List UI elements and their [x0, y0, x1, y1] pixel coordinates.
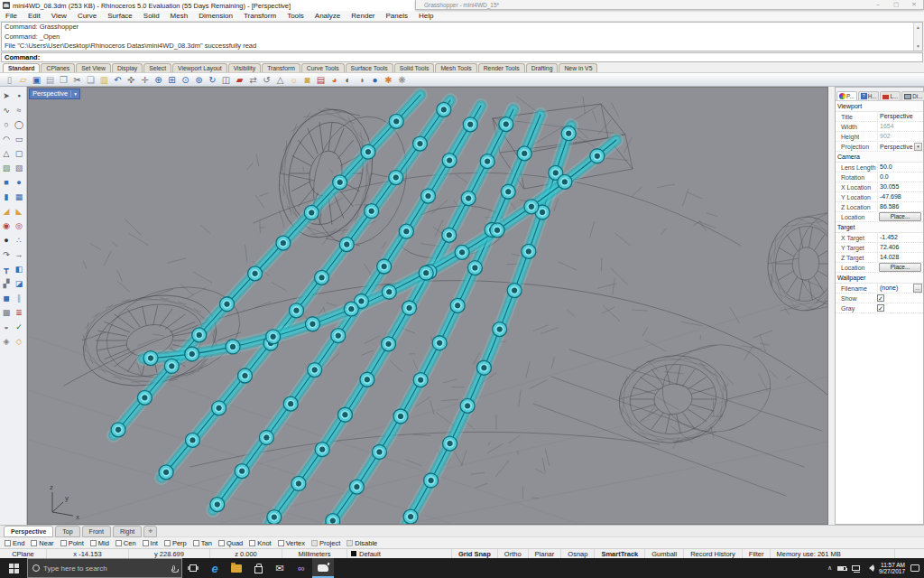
menu-item[interactable]: Help [413, 11, 439, 21]
osnap-toggle[interactable]: End [5, 539, 24, 547]
taskbar-clock[interactable]: 11:57 AM 9/27/2017 [879, 562, 905, 575]
ghosted-view-icon[interactable]: ◑ [355, 74, 368, 86]
viewport-title-menu[interactable]: Perspective ▾ [29, 89, 80, 99]
texture-icon[interactable]: ◇ [13, 334, 25, 349]
edge-button[interactable]: e [204, 558, 226, 578]
status-toggle[interactable]: Gumball [645, 549, 684, 558]
status-toggle[interactable]: Filter [743, 549, 772, 558]
extend-curve-icon[interactable]: → [13, 247, 25, 262]
x-target-field[interactable]: -1.452 [877, 233, 923, 242]
sphere-icon[interactable]: ● [13, 175, 25, 190]
tab-help[interactable]: ? H... [858, 91, 880, 100]
explode-icon[interactable]: ▞ [0, 276, 13, 291]
command-input[interactable] [40, 53, 922, 61]
status-toggle[interactable]: Record History [684, 549, 743, 558]
toolbar-tab[interactable]: Surface Tools [346, 63, 393, 72]
status-toggle[interactable]: Planar [529, 549, 562, 558]
toolbar-tab[interactable]: Transform [262, 63, 300, 72]
toolbar-tab[interactable]: Standard [3, 63, 40, 72]
wedge-icon[interactable]: ◪ [13, 276, 25, 291]
scroll-down-icon[interactable]: ▾ [914, 42, 922, 51]
camera-place-button[interactable]: Place... [879, 212, 921, 221]
menu-item[interactable]: Render [346, 11, 380, 21]
layers-icon[interactable]: ▤ [314, 74, 328, 86]
patch-icon[interactable]: ▨ [13, 161, 25, 175]
analyze-icon[interactable]: ∥ [13, 291, 25, 305]
save-file-icon[interactable]: ▣ [30, 74, 43, 86]
osnap-toggle[interactable]: Mid [90, 539, 109, 547]
pipe-t-icon[interactable]: ┳ [0, 262, 13, 276]
rotation-field[interactable]: 0.0 [877, 172, 923, 182]
control-curve-icon[interactable]: ≈ [13, 103, 25, 117]
material-icon[interactable]: ◈ [0, 334, 13, 349]
zoom-window-icon[interactable]: ⊞ [165, 74, 179, 86]
viewport-canvas[interactable]: zyx [28, 88, 827, 524]
move-icon[interactable]: ✛ [138, 74, 152, 86]
grasshopper-window[interactable]: Grasshopper - mini4WD_15* – ▢ ✕ [415, 0, 924, 10]
x-location-field[interactable]: 30.055 [877, 182, 923, 191]
array-icon[interactable]: ▩ [0, 305, 13, 320]
osnap-toggle[interactable]: Tan [193, 539, 212, 547]
menu-item[interactable]: Analyze [310, 11, 346, 21]
point-cloud-icon[interactable]: ∴ [13, 233, 25, 247]
cube-corners-icon[interactable]: ◧ [13, 262, 25, 276]
osnap-toggle[interactable]: Quad [218, 539, 243, 547]
microphone-icon[interactable] [172, 565, 175, 571]
rotate-view-icon[interactable]: ↻ [206, 74, 219, 86]
osnap-toggle[interactable]: Project [311, 539, 340, 547]
menu-item[interactable]: Dimension [193, 11, 238, 21]
memory-use[interactable]: Memory use: 261 MB [771, 549, 895, 558]
open-file-icon[interactable]: ▱ [16, 74, 30, 86]
osnap-toggle[interactable]: Disable [346, 539, 377, 547]
close-icon[interactable]: ✕ [905, 0, 923, 9]
rectangle-icon[interactable]: ▭ [13, 132, 25, 146]
toolbar-tab[interactable]: Display [112, 63, 143, 72]
battery-icon[interactable] [837, 566, 846, 571]
erase-icon[interactable]: ▰ [233, 74, 246, 86]
projection-select[interactable]: Perspective ▾ [877, 142, 923, 151]
zoom-dynamic-icon[interactable]: ⊙ [179, 74, 192, 86]
tab-display[interactable]: Di... [901, 91, 924, 100]
fillet-icon[interactable]: ◢ [0, 204, 13, 219]
toolbar-tab[interactable]: Viewport Layout [172, 63, 227, 72]
network-icon[interactable] [852, 565, 860, 571]
toolbar-tab[interactable]: Solid Tools [394, 63, 435, 72]
polygon-icon[interactable]: △ [0, 146, 13, 161]
gray-checkbox[interactable]: ✓ [877, 304, 884, 312]
menu-item[interactable]: Surface [102, 11, 138, 21]
block-icon[interactable]: ≣ [13, 305, 25, 320]
osnap-toggle[interactable]: Near [31, 539, 53, 547]
dark-sphere-icon[interactable]: ● [0, 233, 13, 247]
task-view-button[interactable] [182, 558, 204, 578]
curve-icon[interactable]: ∿ [0, 103, 13, 117]
osnap-toggle[interactable]: Point [60, 539, 84, 547]
toolbar-tab[interactable]: CPlanes [41, 63, 75, 72]
toolbar-tab[interactable]: Visibility [228, 63, 261, 72]
target-place-button[interactable]: Place... [879, 263, 921, 272]
tray-chevron-icon[interactable]: ∧ [827, 564, 832, 572]
osnap-toggle[interactable]: Cen [116, 539, 136, 547]
cut-icon[interactable]: ✂ [70, 74, 84, 86]
current-layer-cell[interactable]: Default [347, 549, 452, 558]
show-checkbox[interactable]: ✓ [877, 294, 884, 302]
mail-button[interactable]: ✉ [269, 558, 291, 578]
tab-properties[interactable]: P... [836, 91, 857, 100]
viewport-tab-right[interactable]: Right [113, 526, 142, 537]
pipe-elbow-icon[interactable]: ◎ [13, 219, 25, 233]
visual-studio-button[interactable]: ∞ [291, 558, 312, 578]
status-toggle[interactable]: Osnap [561, 549, 595, 558]
chevron-down-icon[interactable]: ▾ [914, 143, 922, 151]
lock-icon[interactable]: ◙ [300, 74, 314, 86]
blend-curve-icon[interactable]: ↷ [0, 247, 13, 262]
shaded-view-icon[interactable]: ◐ [341, 74, 355, 86]
check-icon[interactable]: ✓ [13, 320, 25, 334]
lens-length-field[interactable]: 50.0 [877, 163, 923, 172]
menu-item[interactable]: Panels [381, 11, 413, 21]
light-icon[interactable]: ☼ [287, 74, 300, 86]
options-icon[interactable]: ❋ [395, 74, 409, 86]
menu-item[interactable]: Curve [72, 11, 102, 21]
toolbar-tab[interactable]: Set View [76, 63, 111, 72]
units-cell[interactable]: Millimeters [282, 549, 347, 558]
move-object-icon[interactable]: ⇄ [246, 74, 260, 86]
taskbar-search-input[interactable]: Type here to search [27, 558, 182, 578]
